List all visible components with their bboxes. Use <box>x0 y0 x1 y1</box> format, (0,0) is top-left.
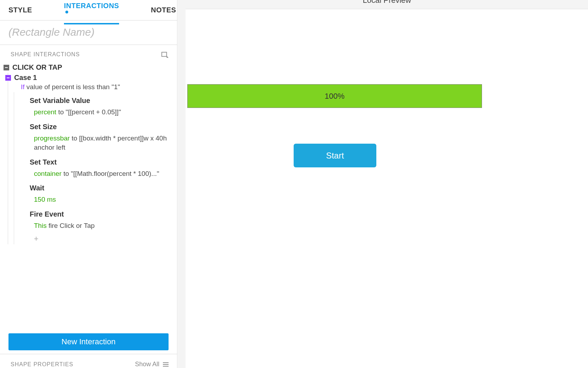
shape-name-input[interactable] <box>8 26 169 38</box>
inspector-panel: STYLE INTERACTIONS NOTES SHAPE INTERACTI… <box>0 0 177 368</box>
add-action-button[interactable]: + <box>14 232 177 243</box>
event-click-or-tap[interactable]: CLICK OR TAP <box>4 62 177 73</box>
action-detail[interactable]: progressbar to [[box.width * percent]]w … <box>14 132 177 154</box>
interactions-tree: CLICK OR TAP Case 1 If value of percent … <box>0 60 177 327</box>
shape-properties-label: SHAPE PROPERTIES <box>11 361 74 368</box>
show-all-label: Show All <box>135 361 159 368</box>
menu-icon <box>163 362 169 367</box>
action-target: This <box>34 222 47 229</box>
shape-interactions-label: SHAPE INTERACTIONS <box>11 51 80 58</box>
case-condition[interactable]: If value of percent is less than "1" <box>8 82 177 92</box>
create-link-icon[interactable] <box>161 51 169 58</box>
action-detail[interactable]: 150 ms <box>14 194 177 206</box>
collapse-icon[interactable] <box>4 65 9 70</box>
action-title[interactable]: Wait <box>14 180 177 194</box>
shape-interactions-header: SHAPE INTERACTIONS <box>0 45 177 60</box>
if-keyword: If <box>21 83 25 91</box>
tab-interactions-label: INTERACTIONS <box>64 2 119 10</box>
tabs: STYLE INTERACTIONS NOTES <box>0 0 177 21</box>
show-all-toggle[interactable]: Show All <box>135 361 169 368</box>
preview-canvas: 100% Start <box>186 10 588 368</box>
progress-text: 100% <box>325 92 345 101</box>
case-label: Case 1 <box>14 74 37 82</box>
action-detail[interactable]: This fire Click or Tap <box>14 220 177 232</box>
action-rest: fire Click or Tap <box>47 222 95 229</box>
interactions-indicator-dot <box>65 11 68 13</box>
action-title[interactable]: Set Size <box>14 119 177 132</box>
action-detail[interactable]: container to "[[Math.floor(percent * 100… <box>14 168 177 180</box>
preview-gutter <box>178 0 186 368</box>
new-interaction-button[interactable]: New Interaction <box>8 333 169 350</box>
action-rest: to "[[percent + 0.05]]" <box>56 108 121 116</box>
preview-header-label: Local Preview <box>363 0 411 5</box>
collapse-icon[interactable] <box>5 75 11 81</box>
action-target: percent <box>34 108 56 116</box>
shape-properties-header: SHAPE PROPERTIES Show All <box>0 354 177 368</box>
action-rest: to "[[Math.floor(percent * 100)..." <box>61 170 159 177</box>
case-row[interactable]: Case 1 <box>8 73 177 82</box>
progress-bar: 100% <box>187 84 482 108</box>
action-target: 150 ms <box>34 196 56 203</box>
action-title[interactable]: Fire Event <box>14 206 177 220</box>
action-title[interactable]: Set Variable Value <box>14 92 177 106</box>
action-detail[interactable]: percent to "[[percent + 0.05]]" <box>14 106 177 119</box>
preview-header-bar: Local Preview <box>186 0 588 9</box>
action-target: container <box>34 170 61 177</box>
event-label: CLICK OR TAP <box>12 63 62 71</box>
action-target: progressbar <box>34 134 70 142</box>
svg-rect-0 <box>162 52 167 57</box>
condition-text: value of percent is less than "1" <box>27 83 120 91</box>
action-title[interactable]: Set Text <box>14 154 177 168</box>
start-button[interactable]: Start <box>294 144 376 167</box>
tab-style[interactable]: STYLE <box>8 1 32 19</box>
tab-interactions[interactable]: INTERACTIONS <box>64 0 119 24</box>
tab-notes[interactable]: NOTES <box>151 1 176 19</box>
